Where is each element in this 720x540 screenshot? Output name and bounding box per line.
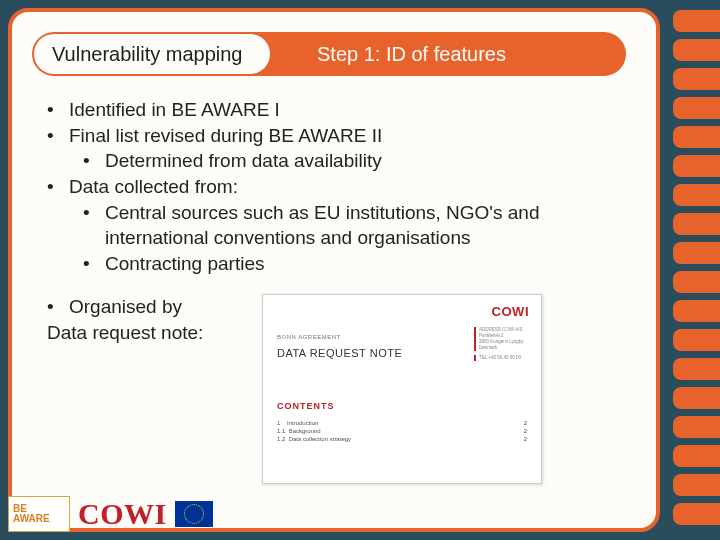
bullet: Contracting parties [105, 251, 264, 277]
decorative-stripes [665, 0, 720, 540]
title-pill: Vulnerability mapping [34, 34, 270, 74]
eu-flag-icon [175, 501, 213, 527]
content-area: •Identified in BE AWARE I •Final list re… [47, 97, 621, 484]
bullet: Data collected from: [69, 174, 238, 200]
title-bar: Vulnerability mapping Step 1: ID of feat… [32, 32, 626, 76]
bullet: Determined from data availability [105, 148, 382, 174]
slide-subtitle: Step 1: ID of features [317, 43, 506, 66]
document-thumbnail: COWI ADDRESS COWI A/SParallelvej 22800 K… [262, 294, 542, 484]
bullet-cont: Data request note: [47, 320, 262, 346]
slide-title: Vulnerability mapping [52, 43, 242, 66]
bullet: Central sources such as EU institutions,… [105, 200, 621, 251]
doc-toc: 1 Introduction2 1.1 Background2 1.2 Data… [277, 419, 527, 443]
bullet: Final list revised during BE AWARE II [69, 123, 382, 149]
doc-contents-header: CONTENTS [277, 400, 527, 412]
bullet: Identified in BE AWARE I [69, 97, 280, 123]
footer-logos: BE AWARE COWI [8, 496, 213, 532]
doc-brand: COWI [492, 303, 529, 321]
slide-frame: Vulnerability mapping Step 1: ID of feat… [8, 8, 660, 532]
bullet: Organised by [69, 294, 182, 320]
be-aware-logo: BE AWARE [8, 496, 70, 532]
doc-address-block: ADDRESS COWI A/SParallelvej 22800 Kongen… [474, 327, 529, 364]
cowi-logo: COWI [78, 497, 167, 531]
